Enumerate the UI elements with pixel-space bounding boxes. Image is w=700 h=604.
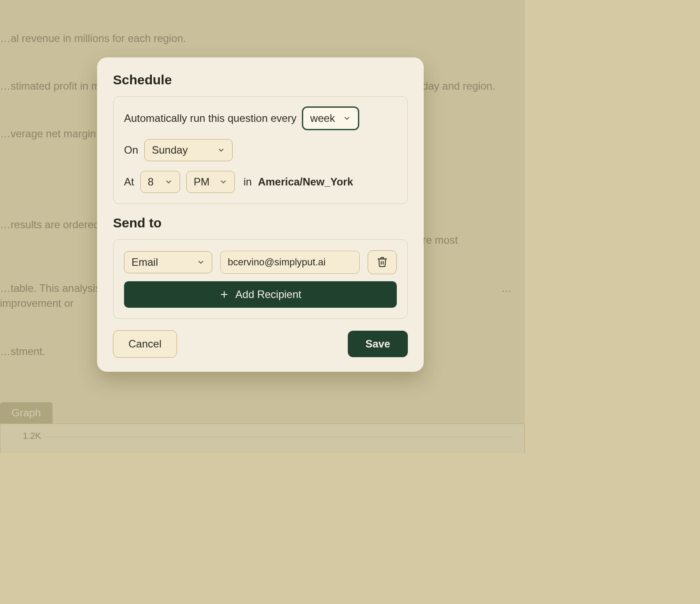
save-button[interactable]: Save (348, 331, 408, 357)
add-recipient-button[interactable]: Add Recipient (124, 281, 397, 308)
frequency-label: Automatically run this question every (124, 112, 297, 125)
delete-recipient-button[interactable] (368, 250, 397, 274)
hour-value: 8 (148, 176, 154, 188)
schedule-modal: Schedule Automatically run this question… (97, 57, 424, 372)
schedule-settings-card: Automatically run this question every we… (113, 96, 408, 204)
hour-select[interactable]: 8 (140, 171, 180, 193)
at-label: At (124, 176, 134, 188)
recipient-method-select[interactable]: Email (124, 251, 212, 273)
ampm-select[interactable]: PM (186, 171, 235, 193)
sendto-card: Email Add Re (113, 239, 408, 319)
ampm-value: PM (194, 176, 210, 188)
chevron-down-icon (197, 258, 205, 266)
on-label: On (124, 144, 138, 156)
modal-actions: Cancel Save (113, 330, 408, 358)
chevron-down-icon (165, 178, 173, 186)
chevron-down-icon (343, 114, 351, 122)
cancel-button[interactable]: Cancel (113, 330, 177, 358)
frequency-select[interactable]: week (303, 107, 358, 129)
chevron-down-icon (217, 146, 225, 154)
frequency-value: week (310, 112, 335, 125)
day-value: Sunday (152, 144, 188, 156)
modal-title: Schedule (113, 72, 408, 87)
day-select[interactable]: Sunday (144, 139, 233, 161)
trash-icon (376, 256, 388, 269)
add-recipient-label: Add Recipient (235, 288, 301, 301)
recipient-row: Email (124, 250, 397, 274)
recipient-method-value: Email (132, 256, 158, 268)
sendto-title: Send to (113, 215, 408, 230)
plus-icon (219, 290, 229, 299)
in-label: in (244, 176, 252, 188)
timezone-label: America/New_York (258, 176, 353, 188)
chevron-down-icon (219, 178, 227, 186)
recipient-email-input[interactable] (220, 251, 360, 274)
